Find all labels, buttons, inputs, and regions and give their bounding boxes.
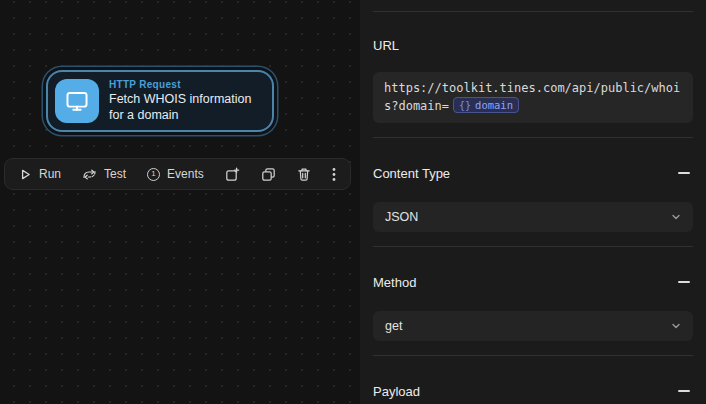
chevron-down-icon: [671, 321, 681, 331]
export-icon: [225, 167, 240, 182]
http-request-node[interactable]: HTTP Request Fetch WHOIS information for…: [46, 70, 274, 132]
test-button[interactable]: Test: [80, 162, 128, 186]
copy-icon: [261, 167, 276, 182]
play-icon: [19, 168, 32, 181]
node-title: Fetch WHOIS information for a domain: [109, 92, 262, 123]
node-action-toolbar: Run Test 1 Events: [4, 158, 351, 190]
run-label: Run: [39, 167, 61, 181]
method-label: Method: [373, 275, 416, 290]
events-label: Events: [167, 167, 204, 181]
panel-divider: [373, 11, 693, 12]
method-dropdown[interactable]: get: [373, 311, 693, 341]
export-button[interactable]: [223, 162, 242, 186]
events-button[interactable]: 1 Events: [145, 162, 206, 186]
content-type-dropdown[interactable]: JSON: [373, 202, 693, 232]
method-section-header: Method: [373, 273, 693, 291]
panel-divider: [373, 246, 693, 247]
kebab-icon: [332, 167, 336, 182]
payload-section-header: Payload: [373, 382, 693, 400]
content-type-label: Content Type: [373, 166, 450, 181]
chevron-down-icon: [671, 212, 681, 222]
events-count-icon: 1: [147, 168, 160, 181]
content-type-value: JSON: [385, 210, 418, 224]
test-loop-icon: [82, 168, 97, 181]
content-type-collapse-button[interactable]: [675, 164, 693, 182]
panel-divider: [373, 137, 693, 138]
braces-icon: {}: [459, 97, 471, 114]
content-type-section-header: Content Type: [373, 164, 693, 182]
url-value: https://toolkit.tines.com/api/public/who…: [384, 81, 680, 113]
action-config-panel: URL https://toolkit.tines.com/api/public…: [360, 0, 706, 404]
domain-pill-label: domain: [475, 97, 513, 114]
workflow-canvas[interactable]: HTTP Request Fetch WHOIS information for…: [0, 0, 360, 404]
events-count: 1: [151, 170, 155, 178]
minus-icon: [678, 390, 690, 392]
url-input[interactable]: https://toolkit.tines.com/api/public/who…: [373, 72, 693, 123]
more-options-button[interactable]: [330, 162, 338, 186]
method-value: get: [385, 319, 402, 333]
test-label: Test: [104, 167, 126, 181]
panel-divider: [373, 355, 693, 356]
payload-label: Payload: [373, 384, 420, 399]
domain-variable-pill[interactable]: {}domain: [453, 97, 519, 113]
payload-collapse-button[interactable]: [675, 382, 693, 400]
url-section-label: URL: [373, 38, 399, 53]
node-icon-tile: [55, 79, 99, 123]
node-type-label: HTTP Request: [109, 79, 262, 90]
trash-icon: [297, 167, 311, 182]
copy-button[interactable]: [259, 162, 278, 186]
monitor-icon: [64, 88, 90, 114]
url-section-header: URL: [373, 38, 693, 53]
method-collapse-button[interactable]: [675, 273, 693, 291]
minus-icon: [678, 172, 690, 174]
minus-icon: [678, 281, 690, 283]
delete-button[interactable]: [295, 162, 313, 186]
run-button[interactable]: Run: [17, 162, 63, 186]
